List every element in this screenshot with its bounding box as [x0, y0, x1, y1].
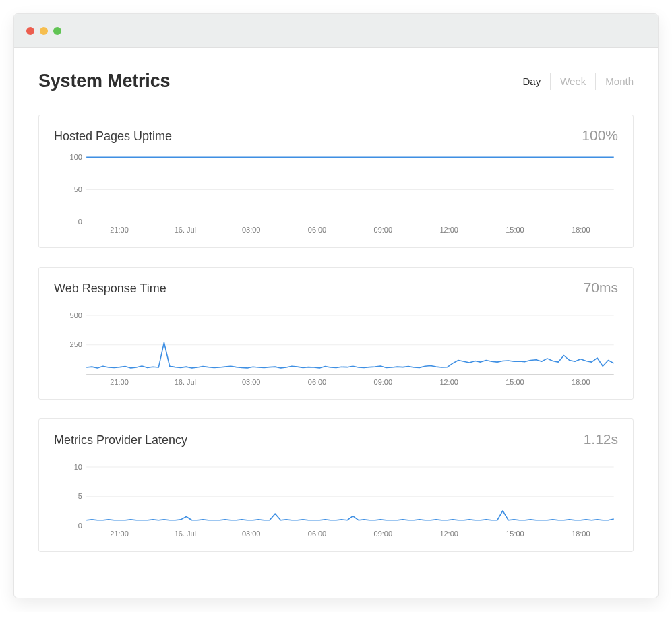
- time-range-tabs: Day Week Month: [514, 73, 634, 90]
- app-window: System Metrics Day Week Month Hosted Pag…: [13, 13, 659, 598]
- chart-svg: 05010021:0016. Jul03:0006:0009:0012:0015…: [54, 153, 618, 238]
- page-header: System Metrics Day Week Month: [38, 71, 634, 92]
- tab-day[interactable]: Day: [514, 73, 551, 90]
- svg-text:18:00: 18:00: [572, 378, 590, 386]
- svg-text:16. Jul: 16. Jul: [175, 530, 196, 538]
- svg-text:12:00: 12:00: [439, 530, 458, 538]
- page-title: System Metrics: [38, 71, 170, 92]
- svg-text:12:00: 12:00: [439, 378, 458, 386]
- card-value: 70ms: [584, 280, 618, 296]
- svg-text:09:00: 09:00: [374, 226, 392, 234]
- svg-text:12:00: 12:00: [439, 226, 458, 234]
- svg-text:10: 10: [74, 463, 82, 471]
- svg-text:15:00: 15:00: [506, 226, 524, 234]
- card-header: Hosted Pages Uptime 100%: [54, 127, 618, 144]
- svg-text:18:00: 18:00: [572, 530, 590, 538]
- maximize-icon[interactable]: [53, 27, 61, 35]
- svg-text:06:00: 06:00: [308, 378, 326, 386]
- card-header: Metrics Provider Latency 1.12s: [54, 431, 618, 447]
- chart-latency: 051021:0016. Jul03:0006:0009:0012:0015:0…: [54, 457, 618, 542]
- svg-text:5: 5: [78, 493, 82, 501]
- card-header: Web Response Time 70ms: [54, 280, 618, 296]
- svg-text:16. Jul: 16. Jul: [175, 226, 196, 234]
- content-area: System Metrics Day Week Month Hosted Pag…: [14, 48, 658, 598]
- svg-text:0: 0: [78, 218, 82, 226]
- svg-text:03:00: 03:00: [242, 530, 260, 538]
- svg-text:03:00: 03:00: [242, 378, 260, 386]
- card-title: Hosted Pages Uptime: [54, 129, 172, 144]
- chart-uptime: 05010021:0016. Jul03:0006:0009:0012:0015…: [54, 153, 618, 238]
- svg-text:0: 0: [78, 522, 82, 530]
- card-latency: Metrics Provider Latency 1.12s 051021:00…: [38, 418, 634, 552]
- window-traffic-lights: [26, 27, 61, 35]
- chart-response: 25050021:0016. Jul03:0006:0009:0012:0015…: [54, 305, 618, 390]
- svg-text:21:00: 21:00: [110, 226, 128, 234]
- svg-text:15:00: 15:00: [506, 530, 524, 538]
- svg-text:18:00: 18:00: [572, 226, 590, 234]
- svg-text:50: 50: [74, 185, 82, 193]
- tab-week[interactable]: Week: [551, 73, 596, 90]
- window-titlebar: [14, 14, 658, 48]
- svg-text:21:00: 21:00: [110, 378, 128, 386]
- svg-text:21:00: 21:00: [110, 530, 128, 538]
- card-uptime: Hosted Pages Uptime 100% 05010021:0016. …: [38, 115, 634, 248]
- svg-text:09:00: 09:00: [374, 378, 392, 386]
- card-title: Metrics Provider Latency: [54, 433, 187, 447]
- chart-svg: 051021:0016. Jul03:0006:0009:0012:0015:0…: [54, 457, 618, 542]
- svg-text:06:00: 06:00: [308, 530, 326, 538]
- minimize-icon[interactable]: [40, 27, 48, 35]
- card-value: 100%: [582, 127, 618, 144]
- svg-text:250: 250: [70, 340, 82, 348]
- svg-text:100: 100: [70, 153, 82, 161]
- svg-text:16. Jul: 16. Jul: [175, 378, 196, 386]
- card-response: Web Response Time 70ms 25050021:0016. Ju…: [38, 267, 634, 400]
- svg-text:06:00: 06:00: [308, 226, 326, 234]
- tab-month[interactable]: Month: [596, 73, 634, 90]
- svg-text:03:00: 03:00: [242, 226, 260, 234]
- svg-text:09:00: 09:00: [374, 530, 392, 538]
- chart-svg: 25050021:0016. Jul03:0006:0009:0012:0015…: [54, 305, 618, 390]
- svg-text:15:00: 15:00: [506, 378, 524, 386]
- close-icon[interactable]: [26, 27, 34, 35]
- card-title: Web Response Time: [54, 282, 166, 296]
- svg-text:500: 500: [70, 311, 82, 319]
- card-value: 1.12s: [584, 431, 618, 447]
